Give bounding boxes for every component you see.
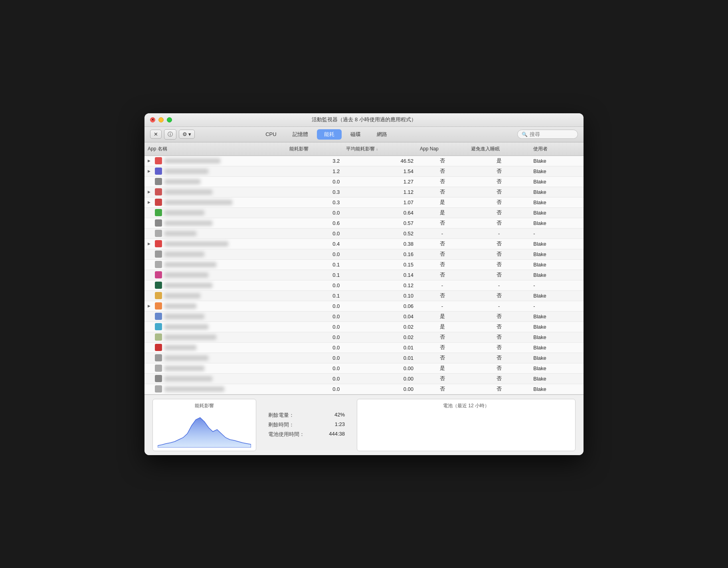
user-cell: Blake (530, 271, 576, 279)
app-name-blurred (164, 293, 200, 298)
app-icon (155, 302, 162, 310)
table-body: ▶3.246.52否是Blake▶1.21.54否否Blake0.01.27否否… (144, 156, 584, 394)
col-avg-energy[interactable]: 平均能耗影響 ↓ (343, 144, 417, 154)
app-name-blurred (164, 314, 204, 319)
table-row[interactable]: 0.00.01否否Blake (144, 343, 584, 353)
app-icon (155, 230, 162, 237)
table-row[interactable]: ▶1.21.54否否Blake (144, 166, 584, 177)
app-nap-cell: 否 (417, 343, 468, 352)
col-app-name[interactable]: App 名稱 (144, 144, 286, 154)
app-nap-cell: 否 (417, 353, 468, 363)
energy-impact-cell: 0.1 (286, 292, 343, 300)
col-prevent-sleep[interactable]: 避免進入睡眠 (468, 144, 530, 154)
app-nap-cell: 是 (417, 312, 468, 321)
avg-energy-cell: 1.54 (343, 167, 417, 176)
user-cell: Blake (530, 198, 576, 207)
table-row[interactable]: 0.10.10否否Blake (144, 291, 584, 301)
table-row[interactable]: 0.00.64是否Blake (144, 208, 584, 218)
app-name-blurred (164, 189, 212, 195)
table-row[interactable]: 0.10.15否否Blake (144, 260, 584, 270)
col-energy-impact[interactable]: 能耗影響 (286, 144, 343, 154)
table-row[interactable]: 0.00.00是否Blake (144, 363, 584, 374)
table-row[interactable]: 0.00.00否否Blake (144, 384, 584, 394)
app-name-blurred (164, 169, 208, 174)
tab-cpu[interactable]: CPU (258, 129, 283, 140)
table-header: App 名稱 能耗影響 平均能耗影響 ↓ App Nap 避免進入睡眠 使用者 (144, 142, 584, 156)
minimize-button[interactable] (158, 117, 164, 122)
table-row[interactable]: ▶0.40.38否否Blake (144, 239, 584, 249)
app-icon (155, 199, 162, 206)
col-user[interactable]: 使用者 (530, 144, 576, 154)
user-cell: Blake (530, 250, 576, 258)
energy-impact-cell: 0.0 (286, 354, 343, 362)
table-row[interactable]: 0.00.04是否Blake (144, 312, 584, 322)
maximize-button[interactable] (167, 117, 172, 122)
user-cell: - (530, 302, 576, 310)
table-row[interactable]: 0.00.12--- (144, 280, 584, 291)
prevent-sleep-cell: 否 (468, 332, 530, 342)
close-process-button[interactable]: ✕ (150, 130, 162, 139)
energy-chart-title: 能耗影響 (158, 402, 251, 409)
table-row[interactable]: 0.00.52--- (144, 229, 584, 239)
info-button[interactable]: ⓘ (164, 129, 176, 140)
table-row[interactable]: 0.01.27否否Blake (144, 177, 584, 187)
col-app-nap[interactable]: App Nap (417, 144, 468, 154)
expand-arrow-icon[interactable]: ▶ (148, 190, 152, 194)
app-icon (155, 271, 162, 278)
app-name-cell: ▶ (144, 187, 286, 197)
expand-arrow-icon[interactable]: ▶ (148, 242, 152, 246)
table-row[interactable]: ▶3.246.52否是Blake (144, 156, 584, 166)
tab-disk[interactable]: 磁碟 (343, 129, 368, 140)
app-icon (155, 209, 162, 216)
table-row[interactable]: 0.00.01否否Blake (144, 353, 584, 363)
table-row[interactable]: ▶0.31.07是否Blake (144, 197, 584, 208)
app-name-blurred (164, 272, 208, 278)
avg-energy-cell: 0.01 (343, 354, 417, 362)
search-box[interactable]: 🔍 (517, 130, 578, 139)
table-row[interactable]: 0.00.02否否Blake (144, 332, 584, 343)
tab-energy[interactable]: 能耗 (317, 129, 342, 140)
remaining-charge-row: 剩餘電量： 42% (268, 412, 345, 419)
app-nap-cell: 否 (417, 374, 468, 383)
expand-arrow-icon[interactable]: ▶ (148, 304, 152, 308)
settings-button[interactable]: ⚙ ▾ (179, 130, 195, 139)
search-input[interactable] (530, 131, 574, 137)
avg-energy-cell: 46.52 (343, 157, 417, 165)
avg-energy-cell: 0.00 (343, 375, 417, 383)
app-nap-cell: 否 (417, 239, 468, 248)
energy-impact-cell: 0.0 (286, 343, 343, 352)
app-name-cell: ▶ (144, 166, 286, 176)
app-name-cell (144, 291, 286, 300)
table-row[interactable]: 0.10.14否否Blake (144, 270, 584, 280)
user-cell: Blake (530, 375, 576, 383)
table-row[interactable]: 0.60.57否否Blake (144, 218, 584, 229)
expand-arrow-icon[interactable]: ▶ (148, 159, 152, 163)
tab-network[interactable]: 網路 (370, 129, 394, 140)
avg-energy-cell: 0.10 (343, 292, 417, 300)
app-name-cell (144, 208, 286, 217)
expand-arrow-icon[interactable]: ▶ (148, 200, 152, 204)
table-row[interactable]: 0.00.02是否Blake (144, 322, 584, 332)
app-nap-cell: - (417, 281, 468, 290)
prevent-sleep-cell: 否 (468, 177, 530, 186)
app-name-blurred (164, 241, 228, 247)
user-cell: Blake (530, 343, 576, 352)
app-name-blurred (164, 366, 204, 371)
app-name-cell: ▶ (144, 197, 286, 207)
table-row[interactable]: ▶0.00.06--- (144, 301, 584, 312)
user-cell: Blake (530, 157, 576, 165)
avg-energy-cell: 0.02 (343, 323, 417, 331)
toolbar: ✕ ⓘ ⚙ ▾ CPU 記憶體 能耗 磁碟 網路 🔍 (144, 127, 584, 142)
energy-impact-cell: 0.0 (286, 375, 343, 383)
user-cell: Blake (530, 188, 576, 196)
tab-memory[interactable]: 記憶體 (285, 129, 315, 140)
table-row[interactable]: 0.00.00否否Blake (144, 374, 584, 384)
prevent-sleep-cell: - (468, 281, 530, 290)
app-nap-cell: 否 (417, 166, 468, 176)
expand-arrow-icon[interactable]: ▶ (148, 169, 152, 173)
app-name-cell: ▶ (144, 239, 286, 248)
table-row[interactable]: 0.00.16否否Blake (144, 249, 584, 260)
close-button[interactable]: ✕ (150, 117, 155, 122)
app-name-cell (144, 312, 286, 321)
table-row[interactable]: ▶0.31.12否否Blake (144, 187, 584, 197)
